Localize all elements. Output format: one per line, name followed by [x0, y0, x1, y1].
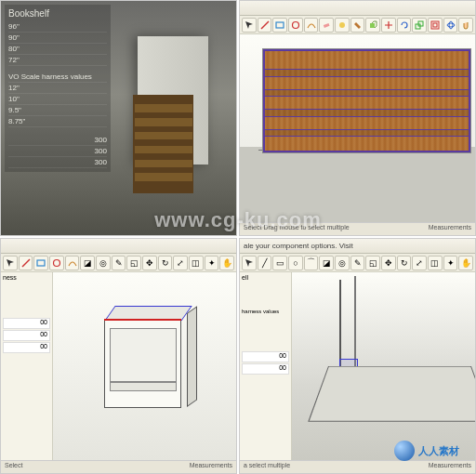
height-option[interactable]: 80"	[8, 44, 107, 55]
rect-tool-icon[interactable]	[272, 18, 287, 33]
side-label: ell	[242, 274, 289, 281]
component-options-overlay[interactable]: Bookshelf 96" 90" 80" 72" VO Scale harne…	[5, 5, 111, 172]
eraser-tool-icon[interactable]: ◪	[319, 256, 334, 270]
svg-line-12	[22, 259, 30, 267]
orbit-tool-icon[interactable]	[443, 18, 458, 33]
tape-tool-icon[interactable]: ◎	[335, 256, 350, 270]
eraser-tool-icon[interactable]	[319, 18, 334, 33]
pushpull-tool-icon[interactable]	[365, 18, 380, 33]
tape-tool-icon[interactable]: ◎	[96, 256, 111, 270]
scale-tool-icon[interactable]: ⤢	[173, 256, 188, 270]
circle-tool-icon[interactable]	[49, 256, 64, 270]
pushpull-tool-icon[interactable]: ◱	[365, 256, 380, 270]
source-logo: 人人素材	[394, 441, 459, 461]
rect-tool-icon[interactable]	[33, 256, 48, 270]
select-tool-icon[interactable]	[242, 256, 257, 270]
height-option[interactable]: 72"	[8, 55, 107, 66]
height-option[interactable]: 96"	[8, 21, 107, 33]
offset-tool-icon[interactable]	[428, 18, 443, 33]
move-tool-icon[interactable]: ✥	[142, 256, 157, 270]
scale-tool-icon[interactable]: ⤢	[412, 256, 427, 270]
move-tool-icon[interactable]	[381, 18, 396, 33]
svg-line-0	[261, 21, 269, 29]
overlay-title: Bookshelf	[8, 8, 107, 19]
bookshelf-model	[133, 95, 194, 193]
paint-tool-icon[interactable]: ✎	[350, 256, 365, 270]
arc-tool-icon[interactable]	[65, 256, 80, 270]
rotate-tool-icon[interactable]: ↻	[158, 256, 173, 270]
logo-text: 人人素材	[418, 444, 459, 458]
box-component[interactable]	[104, 306, 192, 415]
circle-tool-icon[interactable]: ○	[288, 256, 303, 270]
offset-tool-icon[interactable]: ◫	[189, 256, 204, 270]
line-tool-icon[interactable]	[19, 256, 33, 270]
options-sidebar[interactable]: ell harness values 00 00	[240, 272, 292, 460]
circle-tool-icon[interactable]	[288, 18, 303, 33]
line-tool-icon[interactable]: ╱	[258, 256, 272, 270]
line-tool-icon[interactable]	[258, 18, 272, 33]
svg-rect-9	[433, 23, 437, 27]
cabinet-component[interactable]	[263, 49, 470, 152]
main-toolbar	[240, 16, 475, 34]
status-bar: Select Drag mouse to select multiple Mea…	[240, 222, 475, 235]
svg-point-11	[449, 21, 453, 29]
viewport[interactable]	[292, 272, 475, 460]
value-field[interactable]: 00	[242, 351, 289, 362]
svg-rect-13	[37, 260, 45, 266]
status-hint: Select	[5, 462, 22, 472]
width-option[interactable]: 9.5"	[8, 105, 107, 116]
badge: 300	[8, 157, 107, 168]
paint-tool-icon[interactable]: ✎	[112, 256, 126, 270]
height-option[interactable]: 90"	[8, 33, 107, 44]
arc-tool-icon[interactable]: ⌒	[304, 256, 319, 270]
pan-tool-icon[interactable]: ✋	[219, 256, 234, 270]
shelf-face[interactable]	[309, 366, 476, 421]
offset-tool-icon[interactable]: ◫	[428, 256, 443, 270]
window-titlebar	[240, 1, 475, 16]
width-option[interactable]: 10"	[8, 94, 107, 105]
rendered-preview-panel: Bookshelf 96" 90" 80" 72" VO Scale harne…	[0, 0, 237, 236]
main-toolbar: ╱ ▭ ○ ⌒ ◪ ◎ ✎ ◱ ✥ ↻ ⤢ ◫ ✦ ✋	[240, 254, 475, 272]
orbit-tool-icon[interactable]: ✦	[205, 256, 219, 270]
pan-tool-icon[interactable]	[458, 18, 473, 33]
sketchup-panel-box: ◪ ◎ ✎ ◱ ✥ ↻ ⤢ ◫ ✦ ✋ ness 00 00 00	[0, 238, 237, 474]
svg-point-4	[339, 22, 345, 28]
window-titlebar: ale your component options. Visit	[240, 239, 475, 254]
measurements-label: Measurements	[429, 224, 471, 234]
width-option[interactable]: 12"	[8, 83, 107, 94]
logo-orb-icon	[394, 441, 415, 461]
value-field[interactable]: 00	[3, 330, 50, 341]
svg-rect-8	[431, 21, 439, 29]
rect-tool-icon[interactable]: ▭	[272, 256, 287, 270]
move-tool-icon[interactable]: ✥	[381, 256, 396, 270]
measurements-label: Measurements	[429, 462, 471, 472]
rotate-tool-icon[interactable]	[397, 18, 412, 33]
width-option[interactable]: 8.75"	[8, 116, 107, 127]
side-label: ness	[3, 274, 50, 281]
badge: 300	[8, 146, 107, 157]
svg-point-14	[53, 259, 60, 266]
orbit-tool-icon[interactable]: ✦	[443, 256, 458, 270]
viewport[interactable]	[53, 272, 236, 460]
scale-tool-icon[interactable]	[412, 18, 427, 33]
select-tool-icon[interactable]	[3, 256, 18, 270]
window-titlebar	[1, 239, 236, 254]
status-hint: Select Drag mouse to select multiple	[244, 224, 350, 234]
paint-tool-icon[interactable]	[350, 18, 365, 33]
viewport[interactable]	[240, 34, 475, 222]
rotate-tool-icon[interactable]: ↻	[397, 256, 412, 270]
eraser-tool-icon[interactable]: ◪	[80, 256, 95, 270]
tape-tool-icon[interactable]	[335, 18, 350, 33]
value-field[interactable]: 00	[3, 342, 50, 353]
svg-point-2	[292, 21, 298, 28]
pan-tool-icon[interactable]: ✋	[458, 256, 473, 270]
options-sidebar[interactable]: ness 00 00 00	[1, 272, 53, 460]
status-bar: a select multiple Measurements	[240, 460, 475, 473]
select-tool-icon[interactable]	[242, 18, 257, 33]
svg-rect-1	[276, 22, 284, 28]
value-field[interactable]: 00	[242, 363, 289, 375]
sketchup-panel-cabinet: Select Drag mouse to select multiple Mea…	[239, 0, 476, 236]
pushpull-tool-icon[interactable]: ◱	[126, 256, 141, 270]
value-field[interactable]: 00	[3, 318, 50, 329]
arc-tool-icon[interactable]	[304, 18, 319, 33]
